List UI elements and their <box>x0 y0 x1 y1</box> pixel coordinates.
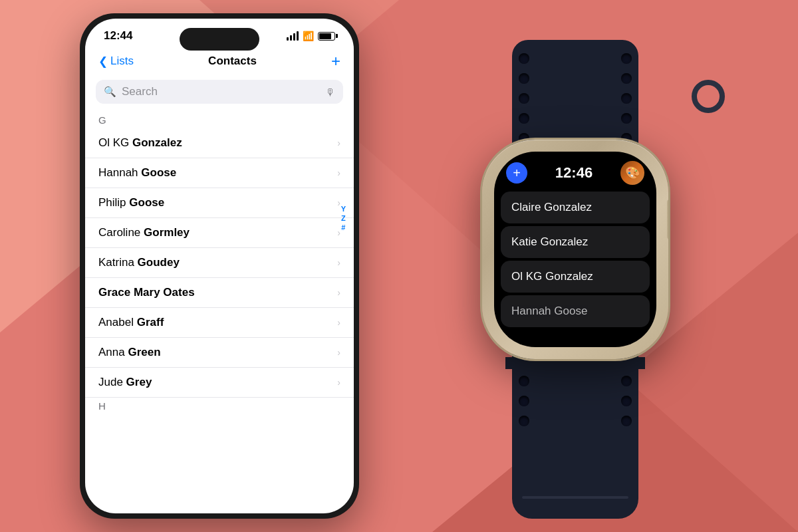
watch-status-bar: + 12:46 🎨 <box>494 152 656 189</box>
contact-name: Katrina Goudey <box>98 256 180 269</box>
status-time: 12:44 <box>104 29 132 43</box>
list-item[interactable]: Caroline Gormley › <box>85 218 354 248</box>
band-hole <box>621 376 632 386</box>
search-container: 🔍 Search 🎙 <box>85 76 354 112</box>
chevron-icon: › <box>337 287 340 298</box>
band-hole <box>621 416 632 426</box>
band-hole <box>519 396 529 406</box>
search-input[interactable]: Search <box>122 85 320 98</box>
contact-name: Jude Grey <box>98 376 152 389</box>
search-bar[interactable]: 🔍 Search 🎙 <box>96 80 343 104</box>
watch-contact-name-partial: Hannah Goose <box>511 305 587 317</box>
index-letter-y[interactable]: Y <box>341 205 346 213</box>
signal-icon <box>287 31 299 41</box>
chevron-icon: › <box>337 257 340 268</box>
wifi-icon: 📶 <box>303 31 314 41</box>
band-buckle <box>522 496 628 499</box>
list-item[interactable]: Hannah Goose › <box>85 158 354 188</box>
apple-watch: + 12:46 🎨 Claire Gonzalez Katie Gonzalez… <box>392 40 758 519</box>
band-hole <box>519 416 529 426</box>
nav-title: Contacts <box>208 55 257 68</box>
band-hole <box>519 53 529 64</box>
band-hole <box>519 73 529 84</box>
back-button[interactable]: ❮ Lists <box>98 55 134 68</box>
band-hole <box>621 93 632 104</box>
watch-time: 12:46 <box>555 164 593 182</box>
chevron-icon: › <box>337 138 340 148</box>
watch-screen: + 12:46 🎨 Claire Gonzalez Katie Gonzalez… <box>494 152 656 347</box>
chevron-icon: › <box>337 168 340 178</box>
list-item[interactable]: Anna Green › <box>85 338 354 368</box>
band-hole <box>621 73 632 84</box>
list-item[interactable]: Jude Grey › <box>85 368 354 398</box>
search-icon: 🔍 <box>104 86 116 98</box>
watch-avatar: 🎨 <box>620 161 644 185</box>
contact-name-grace: Grace Mary Oates <box>98 286 195 299</box>
contact-name: Hannah Goose <box>98 166 176 180</box>
watch-list-item[interactable]: Katie Gonzalez <box>501 226 650 258</box>
contact-name: Philip Goose <box>98 196 164 209</box>
watch-list-item[interactable]: Ol KG Gonzalez <box>501 261 650 293</box>
back-chevron-icon: ❮ <box>98 55 108 68</box>
add-button[interactable]: + <box>331 53 340 69</box>
contacts-list: Ol KG Gonzalez › Hannah Goose › Philip G… <box>85 128 354 398</box>
mic-icon: 🎙 <box>325 86 335 98</box>
section-header-h: H <box>85 398 354 414</box>
index-letter-z[interactable]: Z <box>341 214 346 222</box>
list-item[interactable]: Katrina Goudey › <box>85 248 354 278</box>
index-letter-hash[interactable]: # <box>341 223 346 231</box>
watch-add-button[interactable]: + <box>506 162 527 184</box>
status-icons: 📶 <box>287 31 335 41</box>
contact-name: Ol KG Gonzalez <box>98 136 182 150</box>
iphone-screen: 12:44 📶 ❮ Lists Contacts + <box>85 19 354 513</box>
list-item[interactable]: Ol KG Gonzalez › <box>85 128 354 158</box>
band-hole <box>621 396 632 406</box>
band-hole <box>519 113 529 124</box>
iphone: 12:44 📶 ❮ Lists Contacts + <box>80 13 359 519</box>
list-item[interactable]: Philip Goose › <box>85 188 354 218</box>
watch-digital-crown[interactable] <box>667 200 668 239</box>
watch-contact-name: Katie Gonzalez <box>511 235 588 248</box>
band-hole <box>519 93 529 104</box>
chevron-icon: › <box>337 227 340 238</box>
dynamic-island <box>180 28 259 51</box>
contact-name: Anabel Graff <box>98 316 164 329</box>
contact-name: Anna Green <box>98 346 161 359</box>
band-ring <box>692 80 725 113</box>
chevron-icon: › <box>337 347 340 358</box>
battery-icon <box>318 32 335 41</box>
watch-contact-name: Claire Gonzalez <box>511 201 592 213</box>
chevron-icon: › <box>337 377 340 388</box>
list-item[interactable]: Grace Mary Oates › <box>85 278 354 308</box>
section-header-g: G <box>85 112 354 128</box>
watch-case: + 12:46 🎨 Claire Gonzalez Katie Gonzalez… <box>482 140 668 359</box>
back-label: Lists <box>110 55 134 68</box>
band-hole <box>519 376 529 386</box>
band-hole <box>621 113 632 124</box>
list-item[interactable]: Anabel Graff › <box>85 308 354 338</box>
chevron-icon: › <box>337 198 340 208</box>
nav-bar: ❮ Lists Contacts + <box>85 48 354 76</box>
watch-list-item[interactable]: Claire Gonzalez <box>501 192 650 223</box>
index-sidebar: Y Z # <box>341 205 346 231</box>
watch-list-item[interactable]: Hannah Goose <box>501 295 650 327</box>
contact-name: Caroline Gormley <box>98 226 190 239</box>
chevron-icon: › <box>337 317 340 328</box>
band-hole <box>621 53 632 64</box>
watch-contact-name: Ol KG Gonzalez <box>511 270 593 283</box>
